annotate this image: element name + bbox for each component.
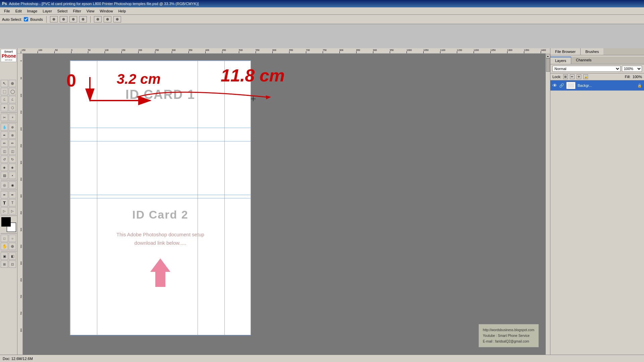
lock-paint-icon[interactable]: ✏ xyxy=(570,74,575,79)
align-btn-3[interactable]: ⊕ xyxy=(69,16,77,22)
artboard-tool-btn[interactable]: ⊕ xyxy=(9,80,16,87)
right-panel: File Browser Brushes Layers Channels Nor… xyxy=(550,48,644,362)
tool-row-7: ✒ ⊗ xyxy=(1,131,16,139)
clone-stamp-btn[interactable]: ◫ xyxy=(1,147,8,155)
art-history-btn[interactable]: ↻ xyxy=(9,156,16,163)
tool-row-1: ↖ ⊕ xyxy=(1,80,16,87)
align-btn-4[interactable]: ⊕ xyxy=(79,16,87,22)
layer-visibility-eye[interactable]: 👁 xyxy=(552,83,557,88)
screen-mode-btn-1[interactable]: ⊞ xyxy=(1,260,8,268)
magic-wand-btn[interactable]: ✦ xyxy=(1,104,8,111)
type-btn[interactable]: T xyxy=(1,199,8,206)
scroll-thumb[interactable] xyxy=(546,58,550,72)
bg-eraser-btn[interactable]: ◈ xyxy=(9,164,16,171)
marquee-rect-btn[interactable]: ⬚ xyxy=(1,88,8,95)
channels-tab[interactable]: Channels xyxy=(571,57,596,64)
menu-file[interactable]: File xyxy=(1,8,13,14)
options-mode-label: Auto Select: xyxy=(2,17,22,21)
tool-row-5: ✂ ⌖ xyxy=(1,114,16,121)
foreground-color[interactable] xyxy=(1,217,11,227)
lock-move-icon[interactable]: ✛ xyxy=(577,74,581,79)
file-browser-tab[interactable]: File Browser xyxy=(550,48,581,55)
lock-pos-icon[interactable]: ⊞ xyxy=(563,74,568,79)
pattern-stamp-btn[interactable]: ◫ xyxy=(9,147,16,155)
color-sample-btn[interactable]: ⊕ xyxy=(9,123,16,131)
tool-row-2: ⬚ ◯ xyxy=(1,88,16,95)
pencil-btn[interactable]: ✏ xyxy=(9,139,16,147)
brush-btn[interactable]: ✏ xyxy=(1,139,8,147)
eraser-btn[interactable]: ◈ xyxy=(1,164,8,171)
menu-image[interactable]: Image xyxy=(24,8,40,14)
healing-brush-btn[interactable]: ✒ xyxy=(1,131,8,139)
tool-row-15: T T xyxy=(1,199,16,206)
slice-btn[interactable]: ⌖ xyxy=(9,114,16,121)
align-btn-1[interactable]: ⊕ xyxy=(50,16,58,22)
eyedropper-btn[interactable]: 💧 xyxy=(1,123,8,131)
menu-view[interactable]: View xyxy=(84,8,97,14)
menu-filter[interactable]: Filter xyxy=(70,8,84,14)
marquee-ellipse-btn[interactable]: ◯ xyxy=(9,88,16,95)
title-text: Adobe Photoshop - [PVC id card printing … xyxy=(9,2,199,6)
menu-layer[interactable]: Layer xyxy=(40,8,55,14)
toolbox: Smart Phone service ↖ ⊕ ⬚ ◯ ℒ ℒ ✦ ⬡ xyxy=(0,48,17,362)
brushes-tab[interactable]: Brushes xyxy=(581,48,603,55)
paint-bucket-btn[interactable]: ▪ xyxy=(9,172,16,179)
align-btn-2[interactable]: ⊕ xyxy=(60,16,67,22)
distribute-btn-3[interactable]: ⊕ xyxy=(113,16,121,22)
info-line-2: Youtube : Smart Phone Service xyxy=(483,333,534,339)
zoom-btn[interactable]: ⊕ xyxy=(9,243,16,250)
path-select-btn[interactable]: ▷ xyxy=(1,207,8,215)
move-tool-btn[interactable]: ↖ xyxy=(1,80,8,87)
screen-mode-btn-2[interactable]: ⊡ xyxy=(9,260,16,268)
auto-select-checkbox[interactable] xyxy=(24,17,28,21)
tool-row-11: ◈ ◈ xyxy=(1,164,16,171)
fill-label: Fill: xyxy=(625,75,631,79)
tool-row-13: ◎ ◉ xyxy=(1,181,16,189)
menu-help[interactable]: Help xyxy=(116,8,129,14)
history-brush-btn[interactable]: ↺ xyxy=(1,156,8,163)
edit-mode-btn-1[interactable]: ▣ xyxy=(1,252,8,260)
direct-select-btn[interactable]: ▷ xyxy=(9,207,16,215)
lasso-btn[interactable]: ℒ xyxy=(1,96,8,103)
freeform-pen-btn[interactable]: ✒ xyxy=(9,191,16,198)
tool-divider-5 xyxy=(1,216,17,216)
vertical-scrollbar[interactable]: ▲ ▼ xyxy=(545,54,550,362)
vert-type-btn[interactable]: T xyxy=(9,199,16,206)
menu-window[interactable]: Window xyxy=(97,8,116,14)
edit-mode-btn-2[interactable]: ◧ xyxy=(9,252,16,260)
gradient-btn[interactable]: ▨ xyxy=(1,172,8,179)
blend-mode-select[interactable]: Normal xyxy=(552,66,621,72)
hand-btn[interactable]: ✋ xyxy=(1,243,8,250)
distribute-btn-1[interactable]: ⊕ xyxy=(94,16,102,22)
canvas-area[interactable]: ID CARD 1 ID Card 2 This Adobe Photoshop… xyxy=(23,54,545,362)
menu-edit[interactable]: Edit xyxy=(13,8,24,14)
ellipse-shape-btn[interactable]: ○ xyxy=(9,235,16,242)
pen-btn[interactable]: ✒ xyxy=(1,191,8,198)
patch-btn[interactable]: ⊗ xyxy=(9,131,16,139)
poly-lasso-btn[interactable]: ℒ xyxy=(9,96,16,103)
canvas-container: -150-100-5005010015020025030035040045050… xyxy=(17,48,550,362)
color-picker[interactable] xyxy=(1,217,16,232)
distribute-btn-2[interactable]: ⊕ xyxy=(104,16,111,22)
layer-link-icon[interactable]: 🔗 xyxy=(559,83,564,88)
burn-btn[interactable]: ◉ xyxy=(9,181,16,189)
crop-btn[interactable]: ✂ xyxy=(1,114,8,121)
tool-divider-4 xyxy=(1,190,17,190)
lock-all-icon[interactable]: 🔒 xyxy=(583,74,588,79)
rounded-rect-btn[interactable]: □ xyxy=(1,235,8,242)
menu-select[interactable]: Select xyxy=(55,8,70,14)
cursor-crosshair xyxy=(251,97,256,101)
annotation-11cm: 11.8 cm xyxy=(221,65,285,85)
quick-select-btn[interactable]: ⬡ xyxy=(9,104,16,111)
fill-value: 100% xyxy=(633,75,642,79)
scroll-up-btn[interactable]: ▲ xyxy=(546,54,550,58)
logo-overlay: Smart Phone service xyxy=(0,48,17,63)
dodge-btn[interactable]: ◎ xyxy=(1,181,8,189)
layers-tab[interactable]: Layers xyxy=(550,57,571,64)
layer-lock-icon: 🔒 xyxy=(637,83,642,88)
lock-row: Lock: ⊞ ✏ ✛ 🔒 Fill: 100% xyxy=(550,73,644,80)
layer-background[interactable]: 👁 🔗 Backgr... 🔒 xyxy=(550,80,644,91)
layer-name-text: Backgr... xyxy=(578,83,635,87)
canvas-row: 0501001502002503003504004505005506006507… xyxy=(17,54,550,362)
opacity-select[interactable]: 100% xyxy=(622,66,642,72)
